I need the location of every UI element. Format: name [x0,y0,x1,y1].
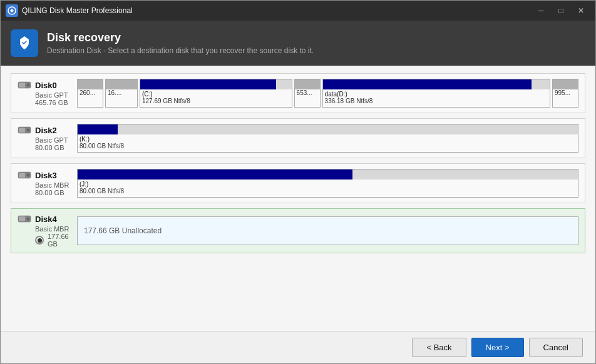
disk0-info: Disk0 Basic GPT 465.76 GB [18,80,77,106]
window-controls: ─ □ ✕ [532,3,590,18]
svg-rect-2 [19,83,25,88]
header-text-block: Disk recovery Destination Disk - Select … [47,31,314,55]
back-button[interactable]: < Back [412,338,466,357]
header-icon [11,29,38,57]
disk3-info: Disk3 Basic MBR 80.00 GB [18,170,77,196]
disk2-drive-icon [18,125,31,135]
titlebar-title: QILING Disk Master Professional [22,6,532,15]
disk-row-disk2[interactable]: Disk2 Basic GPT 80.00 GB (K:) 80.00 GB N… [11,118,585,158]
svg-point-15 [27,218,30,221]
disk4-type: Basic MBR [35,225,77,233]
disk0-part-c: (C:) 127.69 GB Ntfs/8 [140,79,292,108]
footer: < Back Next > Cancel [1,331,595,363]
disk2-info: Disk2 Basic GPT 80.00 GB [18,125,77,151]
titlebar: QILING Disk Master Professional ─ □ ✕ [1,1,595,21]
page-header: Disk recovery Destination Disk - Select … [1,21,595,66]
disk4-radio [35,236,44,245]
disk3-name: Disk3 [35,171,57,180]
disk0-part3: 995... [552,79,578,108]
disk4-drive-icon [18,214,31,224]
svg-point-11 [27,174,30,177]
svg-point-7 [27,129,30,132]
disk-row-disk4[interactable]: Disk4 Basic MBR 177.66 GB 177.66 GB Unal… [11,208,585,253]
page-subtitle: Destination Disk - Select a destination … [47,46,314,55]
disk3-partitions: (J:) 80.00 GB Ntfs/8 [77,169,578,198]
disk0-part2: 653... [294,79,321,108]
svg-rect-6 [19,128,25,133]
disk0-part1: 16.... [105,79,138,108]
next-button[interactable]: Next > [471,338,524,357]
disk4-size: 177.66 GB [48,233,77,248]
disk2-name: Disk2 [35,126,57,135]
disk2-size: 80.00 GB [35,144,77,151]
svg-rect-8 [26,129,27,131]
disk0-size: 465.76 GB [35,99,77,106]
disk-drive-icon [18,80,31,90]
page-title: Disk recovery [47,31,314,45]
disk4-info: Disk4 Basic MBR 177.66 GB [18,214,77,248]
disk3-drive-icon [18,170,31,180]
disk0-part-d: data(D:) 336.18 GB Ntfs/8 [322,79,550,108]
disk3-type: Basic MBR [35,181,77,189]
svg-rect-10 [19,173,25,178]
disk0-part0: 260... [77,79,103,108]
close-button[interactable]: ✕ [572,3,590,18]
svg-rect-14 [19,216,25,221]
disk2-type: Basic GPT [35,136,77,144]
svg-rect-4 [26,84,27,86]
svg-point-3 [27,84,30,87]
disk4-partitions: 177.66 GB Unallocated [77,216,578,245]
disk2-partitions: (K:) 80.00 GB Ntfs/8 [77,124,578,153]
minimize-button[interactable]: ─ [532,3,550,18]
disk2-part-k: (K:) 80.00 GB Ntfs/8 [77,124,578,153]
disk3-part-j: (J:) 80.00 GB Ntfs/8 [77,169,578,198]
disk0-name: Disk0 [35,81,57,90]
disk0-partitions: 260... 16.... (C:) 127.69 GB Ntfs/8 [77,79,578,108]
maximize-button[interactable]: □ [552,3,570,18]
app-icon [6,4,18,17]
disk3-size: 80.00 GB [35,189,77,196]
disk4-unallocated: 177.66 GB Unallocated [77,216,578,245]
disk-row-disk3[interactable]: Disk3 Basic MBR 80.00 GB (J:) 80.00 GB N… [11,163,585,203]
cancel-button[interactable]: Cancel [529,338,583,357]
svg-rect-12 [26,174,27,176]
disk-list: Disk0 Basic GPT 465.76 GB 260... 16.... [1,66,595,331]
disk0-type: Basic GPT [35,91,77,99]
disk-row-disk0[interactable]: Disk0 Basic GPT 465.76 GB 260... 16.... [11,73,585,113]
disk4-name: Disk4 [35,215,57,224]
main-window: QILING Disk Master Professional ─ □ ✕ Di… [0,0,596,364]
svg-rect-16 [26,218,27,220]
